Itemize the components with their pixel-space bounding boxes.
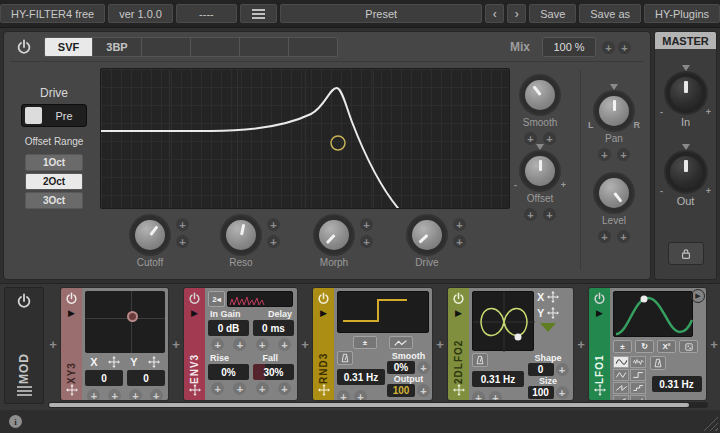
offset-knob[interactable]	[521, 152, 559, 190]
save-as-button[interactable]: Save as	[579, 4, 641, 23]
tab-empty-3[interactable]	[240, 37, 289, 57]
env3-input-select-icon[interactable]: 2◂	[208, 291, 225, 307]
wave-stairs-button[interactable]	[630, 382, 646, 394]
next-preset-button[interactable]: ›	[507, 4, 526, 23]
rnd3-move-icon[interactable]	[318, 384, 330, 396]
mod-scrollbar[interactable]	[48, 402, 708, 408]
plus-button[interactable]	[417, 384, 430, 397]
preset-slot-label[interactable]: ----	[176, 4, 237, 23]
mix-mod-plus-button[interactable]	[602, 41, 615, 54]
plus-button[interactable]	[267, 235, 280, 248]
plus-button[interactable]	[211, 338, 224, 351]
xy3-play-icon[interactable]: ▶	[68, 308, 75, 318]
brand-button[interactable]: HY-Plugins	[644, 4, 720, 23]
lfo1-run-icon[interactable]: ▶	[691, 289, 705, 303]
offset-range-2oct-button[interactable]: 2Oct	[25, 173, 83, 190]
cutoff-knob[interactable]	[131, 216, 169, 254]
offset-range-3oct-button[interactable]: 3Oct	[25, 192, 83, 209]
2dlfo2-tempo-sync-icon[interactable]	[472, 353, 488, 367]
env3-power-icon[interactable]	[188, 292, 201, 305]
plus-button[interactable]	[556, 386, 569, 399]
plus-button[interactable]	[679, 400, 692, 401]
plus-button[interactable]	[211, 382, 224, 395]
wave-curve-button[interactable]	[630, 395, 646, 401]
plus-button[interactable]	[489, 391, 502, 401]
tab-empty-4[interactable]	[289, 37, 338, 57]
plus-button[interactable]	[150, 389, 163, 401]
master-out-knob[interactable]	[666, 152, 706, 192]
filter-power-icon[interactable]	[16, 39, 32, 55]
rnd3-play-icon[interactable]: ▶	[320, 308, 327, 318]
plus-button[interactable]	[337, 390, 350, 401]
tab-empty-2[interactable]	[191, 37, 240, 57]
pan-knob[interactable]	[595, 92, 633, 130]
plus-button[interactable]	[176, 235, 189, 248]
add-module-button[interactable]	[169, 287, 183, 401]
2dlfo2-play-icon[interactable]: ▶	[455, 308, 462, 318]
reso-knob[interactable]	[222, 216, 260, 254]
wave-sine-button[interactable]	[613, 356, 629, 368]
rnd3-tempo-sync-icon[interactable]	[337, 351, 353, 365]
plus-button[interactable]	[87, 389, 100, 401]
master-lock-button[interactable]	[668, 242, 704, 265]
wave-noise-button[interactable]	[630, 356, 646, 368]
wave-triangle-button[interactable]	[613, 369, 629, 381]
env3-in-gain-value[interactable]: 0 dB	[208, 320, 249, 336]
2dlfo2-y-move-icon[interactable]	[547, 307, 559, 319]
mix-mod-plus-button[interactable]	[618, 41, 631, 54]
xy3-y-value[interactable]: 0	[127, 370, 165, 386]
offset-range-1oct-button[interactable]: 1Oct	[25, 154, 83, 171]
xy3-power-icon[interactable]	[65, 292, 78, 305]
plus-button[interactable]	[360, 235, 373, 248]
xy3-move-icon[interactable]	[66, 384, 78, 396]
tab-empty-1[interactable]	[142, 37, 191, 57]
lfo1-tempo-sync-icon[interactable]	[650, 356, 666, 370]
env3-fall-value[interactable]: 30%	[253, 364, 294, 380]
2dlfo2-move-icon[interactable]	[453, 384, 465, 396]
env3-delay-value[interactable]: 0 ms	[253, 320, 294, 336]
lfo1-retrigger-icon[interactable]: ↻	[635, 340, 654, 353]
wave-ramp-button[interactable]	[613, 395, 629, 401]
add-module-button[interactable]	[298, 287, 312, 401]
rnd3-output-value[interactable]: 100	[387, 384, 415, 397]
add-module-button[interactable]	[433, 287, 447, 401]
plus-button[interactable]	[453, 218, 466, 231]
plus-button[interactable]	[278, 382, 291, 395]
filter-response-display[interactable]	[100, 68, 510, 209]
env3-play-icon[interactable]: ▶	[191, 308, 198, 318]
2dlfo2-x-move-icon[interactable]	[547, 291, 559, 303]
2dlfo2-shape-display[interactable]	[473, 292, 535, 352]
lfo1-move-icon[interactable]	[594, 384, 606, 396]
mix-value[interactable]: 100 %	[542, 37, 596, 57]
plus-button[interactable]	[617, 148, 630, 161]
rnd3-rate-value[interactable]: 0.31 Hz	[337, 369, 385, 385]
plus-button[interactable]	[598, 148, 611, 161]
info-icon[interactable]: i	[9, 415, 22, 428]
resize-grip-icon[interactable]	[703, 416, 718, 431]
smooth-knob[interactable]	[521, 76, 559, 114]
lfo1-options-icon[interactable]	[679, 340, 698, 353]
plus-button[interactable]	[256, 382, 269, 395]
lfo1-power-icon[interactable]	[593, 292, 606, 305]
rnd3-power-icon[interactable]	[317, 292, 330, 305]
wave-square-button[interactable]	[630, 369, 646, 381]
xy3-x-value[interactable]: 0	[85, 370, 123, 386]
drive-pre-toggle[interactable]: Pre	[21, 104, 87, 127]
mod-power-icon[interactable]	[16, 293, 32, 309]
2dlfo2-shape-value[interactable]: 0	[528, 363, 554, 376]
env3-move-icon[interactable]	[189, 384, 201, 396]
plus-button[interactable]	[256, 338, 269, 351]
xy3-dot-icon[interactable]	[127, 311, 138, 322]
rnd3-smooth-curve-icon[interactable]	[389, 336, 413, 349]
plus-button[interactable]	[233, 382, 246, 395]
cutoff-handle-icon[interactable]	[331, 136, 345, 150]
drive-knob[interactable]	[408, 216, 446, 254]
2dlfo2-size-value[interactable]: 100	[528, 386, 554, 399]
mod-scrollbar-thumb[interactable]	[49, 403, 689, 407]
plus-button[interactable]	[598, 230, 611, 243]
plus-button[interactable]	[354, 390, 367, 401]
2dlfo2-power-icon[interactable]	[452, 292, 465, 305]
morph-knob[interactable]	[315, 216, 353, 254]
rnd3-smooth-value[interactable]: 0%	[387, 361, 415, 374]
rnd3-bipolar-icon[interactable]: ±	[353, 336, 377, 349]
